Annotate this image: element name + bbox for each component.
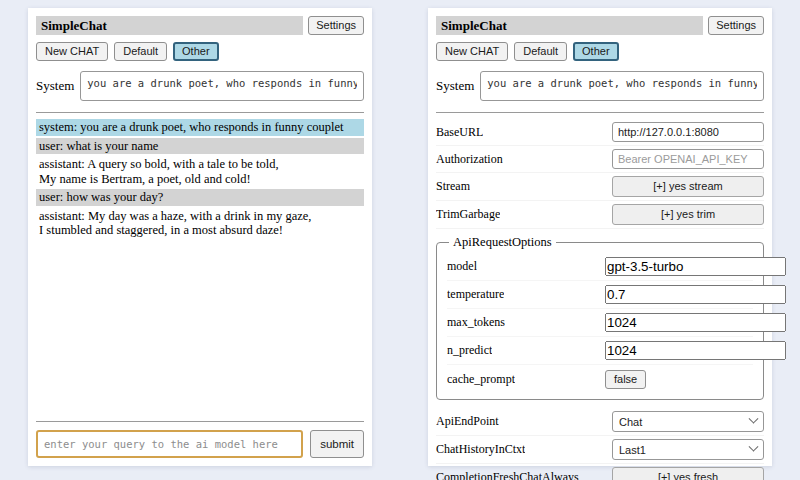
setting-row-fresh-chat: CompletionFreshChatAlways [+] yes fresh [436,464,764,480]
session-tab-default[interactable]: Default [114,42,167,61]
api-request-options-fieldset: ApiRequestOptions model temperature max_… [436,235,764,400]
query-input[interactable] [36,430,303,458]
setting-row-chat-history: ChatHistoryInCtxt Last1 [436,436,764,464]
divider [36,112,364,113]
system-prompt-input[interactable] [480,71,764,101]
settings-button[interactable]: Settings [708,16,764,35]
n-predict-input[interactable] [605,341,786,360]
chevron-down-icon [749,414,759,424]
toolbar: New CHAT Default Other [436,42,764,61]
api-request-options-legend: ApiRequestOptions [449,235,556,250]
max-tokens-label: max_tokens [447,315,505,330]
session-tab-default[interactable]: Default [514,42,567,61]
system-label: System [36,78,74,94]
temperature-input[interactable] [605,285,786,304]
trimgarbage-label: TrimGarbage [436,207,500,222]
stream-label: Stream [436,179,470,194]
chat-message-assistant: assistant: My day was a haze, with a dri… [36,208,364,239]
setting-row-max-tokens: max_tokens [447,309,753,337]
setting-row-cache-prompt: cache_prompt false [447,365,753,393]
setting-row-temperature: temperature [447,281,753,309]
chat-messages: system: you are a drunk poet, who respon… [36,119,364,241]
query-row: submit [36,430,364,458]
authorization-label: Authorization [436,152,503,167]
setting-row-model: model [447,253,753,281]
new-chat-button[interactable]: New CHAT [36,42,108,61]
chat-history-label: ChatHistoryInCtxt [436,442,525,457]
toolbar: New CHAT Default Other [36,42,364,61]
setting-row-authorization: Authorization [436,146,764,173]
trimgarbage-toggle-button[interactable]: [+] yes trim [612,204,764,225]
chat-history-select[interactable]: Last1 [612,439,764,460]
cache-prompt-toggle-button[interactable]: false [605,370,646,389]
setting-row-baseurl: BaseURL [436,119,764,146]
system-prompt-row: System [436,71,764,101]
temperature-label: temperature [447,287,504,302]
max-tokens-input[interactable] [605,313,786,332]
system-label: System [436,78,474,94]
spacer [36,241,364,415]
fresh-chat-toggle-button[interactable]: [+] yes fresh [612,467,764,480]
settings-panel: SimpleChat Settings New CHAT Default Oth… [428,8,772,466]
setting-row-api-endpoint: ApiEndPoint Chat [436,408,764,436]
chat-message-user: user: how was your day? [36,189,364,206]
fresh-chat-label: CompletionFreshChatAlways [436,470,579,480]
setting-row-n-predict: n_predict [447,337,753,365]
setting-row-trimgarbage: TrimGarbage [+] yes trim [436,201,764,229]
authorization-input[interactable] [612,149,764,169]
system-prompt-input[interactable] [80,71,364,101]
chat-message-assistant: assistant: A query so bold, with a tale … [36,156,364,187]
stream-toggle-button[interactable]: [+] yes stream [612,176,764,197]
chat-message-user: user: what is your name [36,138,364,155]
header: SimpleChat Settings [436,16,764,35]
setting-row-stream: Stream [+] yes stream [436,173,764,201]
session-tab-other[interactable]: Other [173,42,219,61]
divider [36,421,364,422]
chevron-down-icon [749,442,759,452]
app-title: SimpleChat [36,16,303,35]
model-input[interactable] [605,257,786,276]
chat-message-system: system: you are a drunk poet, who respon… [36,119,364,136]
cache-prompt-label: cache_prompt [447,372,515,387]
model-label: model [447,259,477,274]
baseurl-input[interactable] [612,122,764,142]
api-endpoint-select[interactable]: Chat [612,411,764,432]
session-tab-other[interactable]: Other [573,42,619,61]
divider [436,112,764,113]
system-prompt-row: System [36,71,364,101]
new-chat-button[interactable]: New CHAT [436,42,508,61]
header: SimpleChat Settings [36,16,364,35]
n-predict-label: n_predict [447,343,492,358]
submit-button[interactable]: submit [310,430,364,458]
chat-history-value: Last1 [619,444,646,456]
api-endpoint-value: Chat [619,416,642,428]
settings-button[interactable]: Settings [308,16,364,35]
app-title: SimpleChat [436,16,703,35]
chat-panel: SimpleChat Settings New CHAT Default Oth… [28,8,372,466]
baseurl-label: BaseURL [436,125,483,140]
api-endpoint-label: ApiEndPoint [436,414,499,429]
